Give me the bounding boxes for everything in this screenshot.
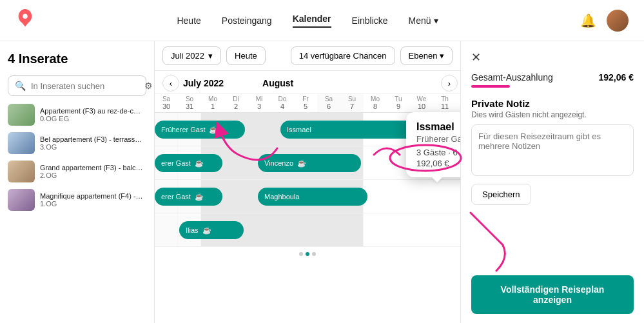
- property-info-1: Appartement (F3) au rez-de-chaussu... 0.…: [40, 107, 143, 122]
- right-panel: ✕ Gesamt-Auszahlung 192,06 € Private Not…: [460, 41, 644, 323]
- cup-icon-4a: ☕: [202, 226, 211, 235]
- nav-kalender[interactable]: Kalender: [293, 14, 331, 28]
- property-thumb-3: [8, 161, 35, 182]
- tooltip-arrow: [432, 177, 442, 182]
- booking-bar-1a[interactable]: Früherer Gast ☕: [155, 121, 245, 139]
- property-thumb-4: [8, 189, 35, 211]
- property-floor-2: 3.OG: [40, 143, 143, 151]
- private-note-section: Private Notiz Dies wird Gästen nicht ang…: [471, 98, 634, 205]
- day-header-30: Sa30: [155, 93, 178, 112]
- day-header-31: So31: [178, 93, 201, 112]
- property-item-3[interactable]: Grand appartement (F3) - balcon cl... 2.…: [8, 161, 146, 182]
- property-item-4[interactable]: Magnifique appartement (F4) - balc... 1.…: [8, 189, 146, 211]
- booking-bar-3a[interactable]: erer Gast ☕: [155, 188, 222, 206]
- calendar-months-header: ‹ July 2022 August ›: [155, 71, 460, 93]
- cup-icon-2b: ☕: [297, 159, 306, 168]
- booking-label-3a: erer Gast: [161, 193, 191, 201]
- today-button[interactable]: Heute: [226, 46, 266, 65]
- payout-value: 192,06 €: [599, 72, 634, 83]
- property-floor-1: 0.OG EG: [40, 115, 143, 122]
- filter-icon[interactable]: ⚙: [144, 81, 153, 91]
- payout-label: Gesamt-Auszahlung: [471, 72, 553, 83]
- search-input[interactable]: [31, 81, 139, 91]
- month-dropdown[interactable]: Juli 2022 ▾: [162, 46, 221, 65]
- nav-menu[interactable]: Menü ▾: [409, 15, 438, 26]
- property-name-3: Grand appartement (F3) - balcon cl...: [40, 164, 143, 171]
- property-item-2[interactable]: Bel appartement (F3) - terrasse / cli...…: [8, 132, 146, 154]
- calendar-toolbar: Juli 2022 ▾ Heute 14 verfügbare Chancen …: [155, 41, 460, 71]
- guest-tooltip: Issmael Früherer Gast 3 Gäste · 6 Nächte…: [406, 112, 460, 177]
- day-header-12: Fr12: [456, 93, 460, 112]
- private-note-textarea[interactable]: [471, 124, 634, 176]
- july-month-label: July 2022: [183, 78, 224, 88]
- chances-button[interactable]: 14 verfügbare Chancen: [291, 46, 395, 65]
- full-plan-button[interactable]: Vollständigen Reiseplan anzeigen: [471, 275, 634, 314]
- next-month-button[interactable]: ›: [441, 75, 458, 92]
- property-thumb-1: [8, 104, 35, 126]
- levels-button[interactable]: Ebenen ▾: [400, 46, 453, 65]
- private-note-title: Private Notiz: [471, 98, 634, 109]
- booking-bar-4a[interactable]: Ilias ☕: [179, 221, 244, 239]
- toolbar-right: 14 verfügbare Chancen Ebenen ▾: [291, 46, 453, 65]
- prev-month-button[interactable]: ‹: [162, 75, 179, 92]
- bell-icon[interactable]: 🔔: [580, 13, 596, 28]
- calendar-area: Juli 2022 ▾ Heute 14 verfügbare Chancen …: [155, 41, 460, 323]
- tooltip-guest-details: 3 Gäste · 6 Nächte: [416, 148, 460, 157]
- booking-label-2a: erer Gast: [161, 159, 191, 167]
- property-floor-3: 2.OG: [40, 171, 143, 179]
- tooltip-guest-type: Früherer Gast: [416, 134, 460, 144]
- booking-label-4a: Ilias: [186, 226, 199, 234]
- august-month-label: August: [262, 78, 293, 88]
- property-name-2: Bel appartement (F3) - terrasse / cli...: [40, 135, 143, 143]
- header-actions: 🔔: [580, 10, 629, 32]
- booking-bar-3b[interactable]: Maghboula: [258, 188, 367, 206]
- save-button[interactable]: Speichern: [471, 184, 531, 205]
- sidebar-title: 4 Inserate: [8, 52, 146, 66]
- property-item-1[interactable]: Appartement (F3) au rez-de-chaussu... 0.…: [8, 104, 146, 126]
- nav-einblicke[interactable]: Einblicke: [352, 15, 388, 26]
- property-thumb-2: [8, 132, 35, 154]
- tooltip-guests: 3 Gäste: [416, 148, 446, 157]
- booking-bar-1b[interactable]: Issmael: [280, 121, 422, 139]
- toolbar-left: Juli 2022 ▾ Heute: [162, 46, 266, 65]
- tooltip-amount: 192,06 €: [416, 159, 460, 168]
- cup-icon-1a: ☕: [209, 126, 218, 134]
- main-layout: 4 Inserate 🔍 ⚙ Appartement (F3) au rez-d…: [0, 41, 644, 323]
- day-header-4: Do4: [271, 93, 294, 112]
- booking-bar-2b[interactable]: Vincenzo ☕: [258, 154, 361, 172]
- booking-label-2b: Vincenzo: [264, 159, 293, 167]
- property-info-2: Bel appartement (F3) - terrasse / cli...…: [40, 135, 143, 151]
- header: Heute Posteingang Kalender Einblicke Men…: [0, 0, 644, 41]
- property-list: Appartement (F3) au rez-de-chaussu... 0.…: [8, 104, 146, 211]
- nav-posteingang[interactable]: Posteingang: [222, 15, 272, 26]
- booking-label-3b: Maghboula: [264, 193, 299, 201]
- dropdown-chevron-icon: ▾: [208, 51, 213, 61]
- day-header-1: Mo1: [201, 93, 224, 112]
- main-nav: Heute Posteingang Kalender Einblicke Men…: [177, 14, 438, 28]
- panel-close-button[interactable]: ✕: [471, 50, 634, 64]
- property-name-1: Appartement (F3) au rez-de-chaussu...: [40, 107, 143, 115]
- day-header-6: Sa6: [317, 93, 340, 112]
- property-info-3: Grand appartement (F3) - balcon cl... 2.…: [40, 164, 143, 179]
- day-header-5: Fr5: [294, 93, 317, 112]
- tooltip-guest-name: Issmael: [416, 121, 460, 133]
- day-header-7: Su7: [340, 93, 364, 112]
- booking-bar-2a[interactable]: erer Gast ☕: [155, 154, 222, 172]
- property-floor-4: 1.OG: [40, 200, 143, 208]
- logo[interactable]: [15, 8, 35, 32]
- payout-pink-bar: [471, 85, 510, 88]
- avatar[interactable]: [607, 10, 629, 32]
- property-name-4: Magnifique appartement (F4) - balc...: [40, 192, 143, 200]
- calendar-row-4: Ilias ☕ ☕ Abdelhacke: [155, 213, 460, 247]
- search-bar[interactable]: 🔍 ⚙: [8, 75, 146, 96]
- day-header-3: Mi3: [248, 93, 271, 112]
- property-info-4: Magnifique appartement (F4) - balc... 1.…: [40, 192, 143, 208]
- month-dropdown-label: Juli 2022: [171, 51, 204, 61]
- nav-heute[interactable]: Heute: [177, 15, 200, 26]
- payout-row: Gesamt-Auszahlung 192,06 €: [471, 72, 634, 83]
- levels-label: Ebenen ▾: [409, 51, 444, 61]
- cup-icon-2a: ☕: [195, 159, 204, 168]
- booking-label-1b: Issmael: [287, 126, 311, 133]
- day-header-8: Mo8: [364, 93, 387, 112]
- cup-icon-3a: ☕: [195, 193, 204, 201]
